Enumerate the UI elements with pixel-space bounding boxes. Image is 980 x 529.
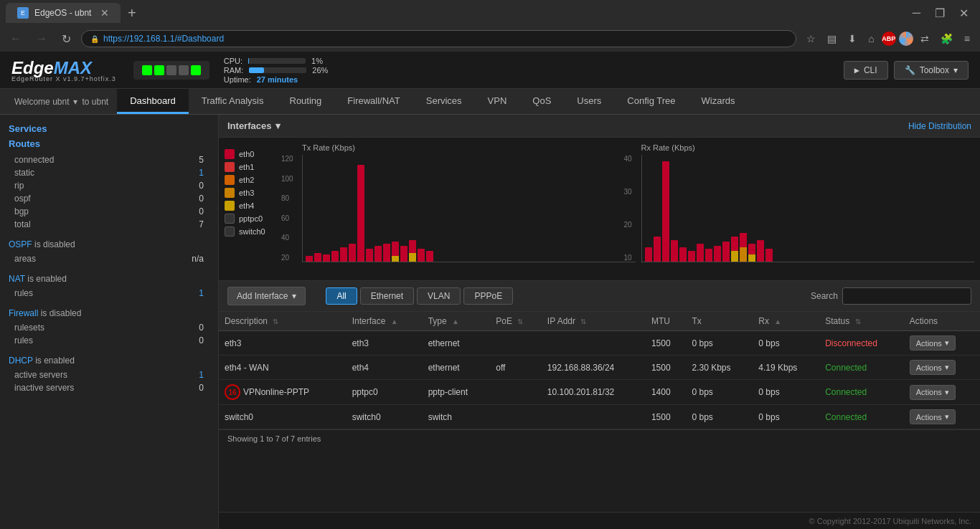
col-status[interactable]: Status ⇅ (819, 312, 904, 331)
filter-pppoe-button[interactable]: PPPoE (463, 287, 513, 305)
sidebar-routes-title[interactable]: Routes (9, 138, 209, 149)
row-rx-pptp: 0 bps (753, 380, 819, 405)
rx-y-20: 20 (624, 221, 632, 229)
actions-button-pptp[interactable]: Actions ▾ (910, 385, 956, 400)
refresh-button[interactable]: ↻ (57, 31, 75, 47)
download-button[interactable]: ⬇ (844, 32, 861, 46)
port-light-1 (154, 65, 164, 75)
dhcp-link[interactable]: DHCP (9, 356, 33, 366)
ospf-row-value: 0 (199, 194, 204, 204)
tab-routing[interactable]: Routing (277, 89, 335, 114)
row-actions-switch0: Actions ▾ (904, 405, 980, 429)
sidebar-services-title[interactable]: Services (9, 123, 209, 134)
browser-minimize-button[interactable]: ─ (907, 5, 926, 21)
search-input[interactable] (842, 287, 971, 305)
sidebar-row-inactive-servers: inactive servers 0 (9, 381, 209, 394)
actions-button-switch0[interactable]: Actions ▾ (910, 409, 956, 424)
col-rx[interactable]: Rx ▲ (753, 312, 819, 331)
browser-close-button[interactable]: ✕ (953, 5, 974, 22)
row-description-eth3: eth3 (219, 331, 347, 356)
sidebar-row-active-servers: active servers 1 (9, 368, 209, 381)
row-mtu-eth3: 1500 (646, 331, 687, 356)
tx-y-20: 20 (281, 254, 293, 262)
url-text: https://192.168.1.1/#Dashboard (103, 34, 224, 44)
browser-maximize-button[interactable]: ❐ (929, 5, 951, 22)
legend-label-eth2: eth2 (239, 176, 254, 184)
toolbox-button[interactable]: 🔧 Toolbox ▾ (894, 61, 969, 80)
panel-dropdown-icon[interactable]: ▾ (275, 120, 281, 131)
main-content: Services Routes connected 5 static 1 rip… (0, 115, 980, 529)
back-button[interactable]: ← (6, 31, 26, 47)
tx-y-100: 100 (281, 175, 293, 183)
address-bar[interactable]: 🔒 https://192.168.1.1/#Dashboard (81, 30, 796, 47)
col-poe[interactable]: PoE ⇅ (490, 312, 542, 331)
rx-bar (722, 242, 730, 262)
legend-dot-switch0 (225, 227, 235, 237)
ospf-status-text: is disabled (34, 239, 75, 249)
row-type-eth3: ethernet (423, 331, 491, 356)
legend-dot-eth0 (225, 149, 235, 159)
sync-button[interactable]: ⇄ (916, 32, 933, 46)
actions-button-eth4[interactable]: Actions ▾ (910, 360, 956, 375)
ospf-link[interactable]: OSPF (9, 239, 32, 249)
rx-bar (731, 237, 738, 262)
actions-dropdown-icon3: ▾ (945, 388, 949, 397)
nat-link[interactable]: NAT (9, 274, 25, 284)
col-interface[interactable]: Interface ▲ (347, 312, 423, 331)
tab-dashboard[interactable]: Dashboard (117, 89, 189, 114)
row-rx-eth4: 4.19 Kbps (753, 356, 819, 380)
cli-button[interactable]: ▶ CLI (844, 61, 888, 80)
tab-traffic-analysis[interactable]: Traffic Analysis (189, 89, 277, 114)
tab-title: EdgeOS - ubnt (34, 8, 91, 18)
table-row: 16VPNonline-PPTP pptpc0 pptp-client 10.1… (219, 380, 980, 405)
row-mtu-eth4: 1500 (646, 356, 687, 380)
row-type-pptp: pptp-client (423, 380, 491, 405)
globe-button[interactable] (899, 32, 913, 46)
tx-y-40: 40 (281, 234, 293, 242)
bookmark-button[interactable]: ☆ (802, 32, 820, 46)
tab-users[interactable]: Users (564, 89, 614, 114)
hide-distribution-button[interactable]: Hide Distribution (908, 121, 971, 131)
legend-label-eth3: eth3 (239, 189, 254, 197)
row-type-eth4: ethernet (423, 356, 491, 380)
col-description[interactable]: Description ⇅ (219, 312, 347, 331)
firewall-link[interactable]: Firewall (9, 308, 38, 318)
bgp-label: bgp (14, 206, 29, 216)
table-showing-text: Showing 1 to 7 of 7 entries (219, 429, 980, 447)
browser-tab[interactable]: E EdgeOS - ubnt ✕ (6, 3, 121, 23)
tab-services[interactable]: Services (413, 89, 475, 114)
rip-value: 0 (199, 181, 204, 191)
row-status-eth4: Connected (819, 356, 904, 380)
rx-bar (740, 233, 747, 262)
col-ip-addr[interactable]: IP Addr ⇅ (542, 312, 646, 331)
extensions-button[interactable]: 🧩 (936, 32, 957, 46)
abp-button[interactable]: ABP (882, 32, 896, 46)
reader-button[interactable]: ▤ (823, 32, 841, 46)
row-description-switch0: switch0 (219, 405, 347, 429)
menu-button[interactable]: ≡ (960, 32, 974, 46)
col-tx[interactable]: Tx (686, 312, 753, 331)
filter-all-button[interactable]: All (326, 287, 357, 305)
actions-dropdown-icon2: ▾ (945, 363, 949, 372)
bar (409, 240, 416, 262)
filter-vlan-button[interactable]: VLAN (417, 287, 461, 305)
tab-close-button[interactable]: ✕ (100, 7, 109, 19)
tx-chart: 120 100 80 60 40 20 (302, 155, 636, 262)
tab-wizards[interactable]: Wizards (689, 89, 748, 114)
tab-qos[interactable]: QoS (519, 89, 564, 114)
router-version: EdgeRouter X v1.9.7+hotfix.3 (11, 75, 116, 82)
col-type[interactable]: Type ▲ (423, 312, 491, 331)
tx-chart-label: Tx Rate (Kbps) (302, 143, 636, 152)
tab-vpn[interactable]: VPN (475, 89, 520, 114)
forward-button[interactable]: → (32, 31, 52, 47)
home-button[interactable]: ⌂ (864, 32, 878, 46)
tab-firewall-nat[interactable]: Firewall/NAT (334, 89, 413, 114)
status-badge-switch0: Connected (825, 412, 867, 422)
actions-button-eth3[interactable]: Actions ▾ (910, 335, 956, 351)
col-mtu[interactable]: MTU (646, 312, 687, 331)
tab-config-tree[interactable]: Config Tree (614, 89, 688, 114)
add-interface-button[interactable]: Add Interface ▾ (227, 287, 306, 305)
filter-ethernet-button[interactable]: Ethernet (360, 287, 414, 305)
rx-y-labels: 40 30 20 10 (624, 155, 632, 262)
new-tab-button[interactable]: + (123, 5, 141, 22)
